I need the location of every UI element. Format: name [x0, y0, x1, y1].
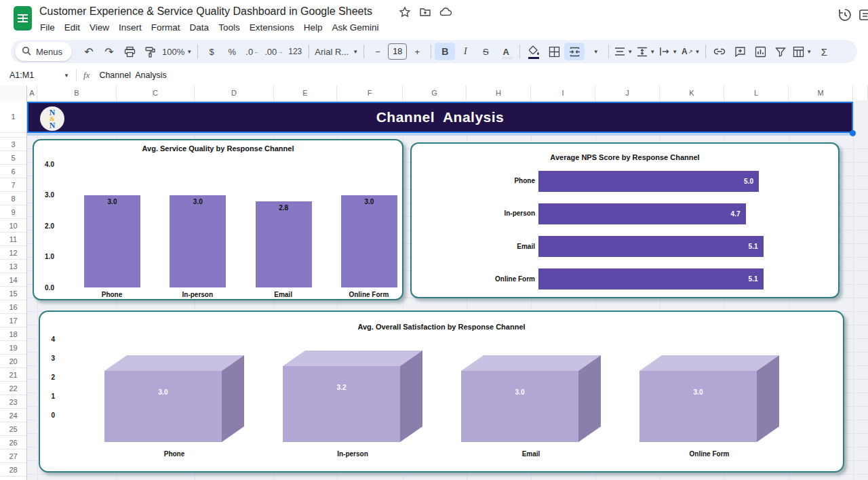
chart-nps-score[interactable]: Average NPS Score by Response Channel Ph…	[410, 142, 840, 298]
chart-overall-satisfaction[interactable]: Avg. Overall Satisfaction by Response Ch…	[39, 311, 844, 473]
menu-item-view[interactable]: View	[85, 20, 114, 35]
banner-cell-a1[interactable]: N&N Channel Analysis	[27, 102, 853, 133]
document-title[interactable]: Customer Experience & Service Quality Da…	[39, 5, 372, 18]
column-header-B[interactable]: B	[37, 85, 117, 100]
row-header-9[interactable]: 9	[0, 205, 26, 219]
row-header-25[interactable]: 25	[0, 422, 26, 436]
vertical-align-button[interactable]: ▼	[635, 43, 657, 60]
column-header-A[interactable]: A	[27, 85, 37, 100]
column-header-F[interactable]: F	[337, 85, 403, 100]
column-header-H[interactable]: H	[467, 85, 531, 100]
row-header-26[interactable]: 26	[0, 436, 26, 449]
more-formats-button[interactable]: 123	[285, 43, 305, 60]
cloud-status-icon[interactable]	[439, 6, 452, 21]
row-header-22[interactable]: 22	[0, 382, 26, 395]
decrease-decimal-button[interactable]: .0←	[242, 43, 262, 60]
row-header-24[interactable]: 24	[0, 409, 26, 422]
menu-item-insert[interactable]: Insert	[114, 20, 146, 35]
menu-item-edit[interactable]: Edit	[60, 20, 85, 35]
font-select[interactable]: Arial R...▼	[313, 43, 360, 60]
comment-history-icon[interactable]	[859, 8, 868, 26]
column-header-C[interactable]: C	[117, 85, 195, 100]
row-header-14[interactable]: 14	[0, 273, 26, 287]
text-wrap-button[interactable]: ▼	[657, 43, 679, 60]
version-history-icon[interactable]	[837, 7, 853, 26]
row-header-3[interactable]: 3	[0, 138, 26, 151]
decrease-font-size-button[interactable]: −	[368, 43, 388, 60]
functions-button[interactable]: Σ	[814, 43, 834, 60]
row-header-19[interactable]: 19	[0, 341, 26, 355]
row-header-28[interactable]: 28	[0, 463, 26, 477]
menu-item-extensions[interactable]: Extensions	[245, 20, 299, 35]
sheets-logo-icon[interactable]	[14, 6, 32, 31]
menu-item-ask-gemini[interactable]: Ask Gemini	[327, 20, 383, 35]
row-header-6[interactable]: 6	[0, 165, 26, 178]
insert-chart-button[interactable]	[750, 43, 770, 60]
row-header-21[interactable]: 21	[0, 368, 26, 382]
menu-item-data[interactable]: Data	[185, 20, 214, 35]
search-menus-button[interactable]: Menus	[15, 42, 72, 61]
row-header-15[interactable]: 15	[0, 287, 26, 300]
row-header-27[interactable]: 27	[0, 449, 26, 463]
menu-item-help[interactable]: Help	[299, 20, 328, 35]
row-header-13[interactable]: 13	[0, 260, 26, 273]
column-header-L[interactable]: L	[724, 85, 789, 100]
insert-link-button[interactable]	[709, 43, 730, 60]
menu-item-tools[interactable]: Tools	[214, 20, 245, 35]
column-header-J[interactable]: J	[595, 85, 660, 100]
chart-service-quality[interactable]: Avg. Service Quality by Response Channel…	[33, 139, 403, 300]
create-filter-button[interactable]	[770, 43, 791, 60]
row-header-20[interactable]: 20	[0, 355, 26, 368]
horizontal-align-button[interactable]: ▼	[612, 43, 635, 60]
format-currency-button[interactable]: $	[201, 43, 222, 60]
font-size-input[interactable]: 18	[388, 43, 407, 60]
paint-format-button[interactable]	[140, 43, 160, 60]
column-header-n[interactable]	[853, 85, 868, 100]
increase-font-size-button[interactable]: +	[407, 43, 427, 60]
format-percent-button[interactable]: %	[222, 43, 242, 60]
row-header-8[interactable]: 8	[0, 192, 26, 205]
menu-item-file[interactable]: File	[35, 20, 60, 35]
formula-input[interactable]: Channel Analysis	[99, 71, 166, 80]
row-header-18[interactable]: 18	[0, 327, 26, 341]
undo-button[interactable]: ↶	[79, 43, 99, 60]
move-to-folder-icon[interactable]	[419, 6, 431, 21]
star-icon[interactable]	[399, 6, 411, 21]
text-color-button[interactable]: A	[496, 43, 516, 60]
column-header-M[interactable]: M	[789, 85, 853, 100]
row-header-12[interactable]: 12	[0, 246, 26, 260]
row-header-11[interactable]: 11	[0, 233, 26, 246]
row-header-23[interactable]: 23	[0, 395, 26, 409]
name-box[interactable]: A1:M1▼	[0, 71, 69, 80]
italic-button[interactable]: I	[455, 43, 475, 60]
row-header-5[interactable]: 5	[0, 151, 26, 165]
row-header-7[interactable]: 7	[0, 178, 26, 192]
table-views-button[interactable]: ▼	[791, 43, 814, 60]
column-header-K[interactable]: K	[660, 85, 724, 100]
merge-options-caret[interactable]: ▼	[585, 43, 605, 60]
column-header-I[interactable]: I	[531, 85, 595, 100]
row-header-17[interactable]: 17	[0, 314, 26, 327]
merge-cells-button[interactable]	[564, 43, 585, 60]
borders-button[interactable]	[544, 43, 564, 60]
sheet-grid[interactable]: N&N Channel Analysis Avg. Service Qualit…	[27, 100, 868, 480]
select-all-corner[interactable]	[0, 85, 27, 100]
row-header-10[interactable]: 10	[0, 219, 26, 233]
row-header-2[interactable]	[0, 133, 26, 138]
text-rotation-button[interactable]: A↗▼	[679, 43, 702, 60]
bold-button[interactable]: B	[435, 43, 455, 60]
column-header-D[interactable]: D	[195, 85, 274, 100]
redo-button[interactable]: ↷	[99, 43, 119, 60]
column-header-G[interactable]: G	[403, 85, 467, 100]
insert-comment-button[interactable]	[730, 43, 750, 60]
strikethrough-button[interactable]: S	[475, 43, 496, 60]
selection-fill-handle[interactable]	[850, 130, 856, 136]
row-header-1[interactable]: 1	[0, 100, 26, 133]
fill-color-button[interactable]	[524, 43, 544, 60]
column-header-E[interactable]: E	[274, 85, 337, 100]
zoom-select[interactable]: 100%▼	[160, 43, 194, 60]
print-button[interactable]	[119, 43, 140, 60]
row-header-16[interactable]: 16	[0, 300, 26, 314]
menu-item-format[interactable]: Format	[146, 20, 185, 35]
increase-decimal-button[interactable]: .00→	[262, 43, 285, 60]
